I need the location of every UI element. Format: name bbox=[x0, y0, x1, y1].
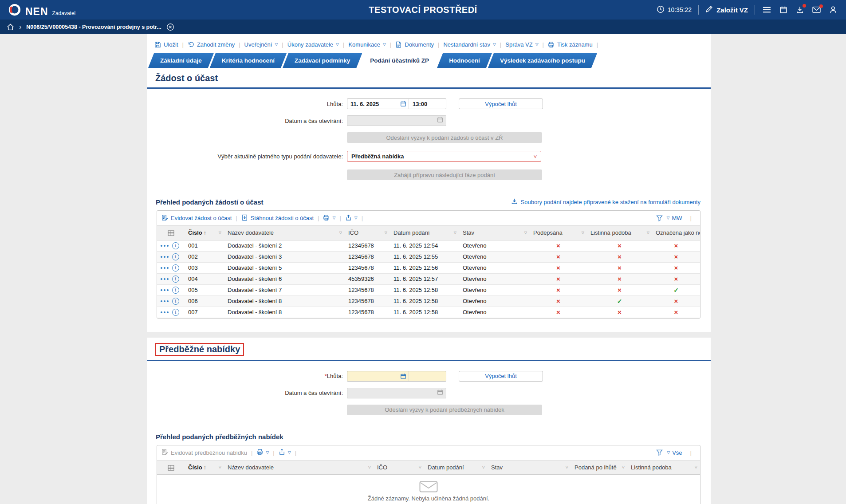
uverejneni-menu[interactable]: Uveřejnění ▽ bbox=[244, 41, 278, 48]
row-menu-icon[interactable] bbox=[161, 267, 169, 269]
row-info-icon[interactable]: i bbox=[172, 264, 179, 272]
filter-caret-icon[interactable]: ▽ bbox=[695, 465, 697, 469]
table-row[interactable]: i003Dodavatel - školení 51234567811. 6. … bbox=[157, 262, 700, 273]
col-listinna-podoba[interactable]: Listinná podoba▽ bbox=[627, 461, 700, 475]
row-info-icon[interactable]: i bbox=[172, 242, 179, 249]
create-vz-button[interactable]: Založit VZ bbox=[705, 5, 748, 14]
print-record-button[interactable]: Tisk záznamu bbox=[548, 41, 593, 48]
filter-caret-icon[interactable]: ▽ bbox=[566, 465, 568, 469]
vypocet-lhut-button[interactable]: Výpočet lhůt bbox=[459, 98, 543, 109]
calendar-icon[interactable] bbox=[779, 5, 788, 15]
row-menu-icon[interactable] bbox=[161, 278, 169, 280]
export-table-button[interactable]: ▽ bbox=[279, 449, 291, 457]
tab-vysledek[interactable]: Výsledek zadávacího postupu bbox=[488, 53, 597, 68]
table-row[interactable]: i002Dodavatel - školení 31234567811. 6. … bbox=[157, 251, 700, 262]
lhuta-datetime-field[interactable] bbox=[347, 371, 446, 382]
lhuta-datetime-field[interactable]: 11. 6. 2025 13:00 bbox=[347, 98, 446, 109]
row-menu-icon[interactable] bbox=[161, 245, 169, 247]
tab-hodnoceni[interactable]: Hodnocení bbox=[437, 53, 492, 68]
filter-caret-icon[interactable]: ▽ bbox=[219, 231, 221, 235]
view-selector[interactable]: ▽ MW bbox=[667, 215, 682, 221]
col-cislo[interactable]: Číslo↑▽ bbox=[185, 226, 224, 240]
filter-caret-icon[interactable]: ▽ bbox=[219, 465, 221, 469]
files-download-link[interactable]: Soubory podání najdete připravené ke sta… bbox=[511, 198, 700, 206]
col-podana-po-lhute[interactable]: Podaná po lhůtě▽ bbox=[571, 461, 627, 475]
menu-icon[interactable] bbox=[762, 5, 772, 14]
sort-asc-icon: ↑ bbox=[204, 230, 206, 236]
ukony-zadavatele-menu[interactable]: Úkony zadavatele ▽ bbox=[287, 41, 339, 48]
col-cislo[interactable]: Číslo↑▽ bbox=[185, 461, 224, 475]
filter-caret-icon[interactable]: ▽ bbox=[454, 231, 456, 235]
row-menu-icon[interactable] bbox=[161, 300, 169, 302]
export-table-button[interactable]: ▽ bbox=[345, 214, 358, 222]
downloads-icon[interactable] bbox=[795, 5, 805, 15]
table-row[interactable]: i007Dodavatel - školení 81234567811. 6. … bbox=[157, 307, 700, 318]
filter-caret-icon[interactable]: ▽ bbox=[647, 231, 649, 235]
sprava-vz-menu[interactable]: Správa VZ ▽ bbox=[505, 41, 538, 48]
evidovat-zadost-button[interactable]: Evidovat žádost o účast bbox=[161, 214, 232, 222]
tab-zadavaci-podminky[interactable]: Zadávací podmínky bbox=[283, 53, 362, 68]
col-listinna-podoba[interactable]: Listinná podoba▽ bbox=[587, 226, 652, 240]
col-nazev-dodavatele[interactable]: Název dodavatele▽ bbox=[224, 461, 374, 475]
filter-caret-icon[interactable]: ▽ bbox=[482, 465, 485, 469]
col-ico[interactable]: IČO▽ bbox=[345, 226, 390, 240]
filter-caret-icon[interactable]: ▽ bbox=[622, 465, 625, 469]
filter-caret-icon[interactable]: ▽ bbox=[385, 231, 387, 235]
messages-icon[interactable] bbox=[811, 5, 822, 14]
filter-caret-icon[interactable]: ▽ bbox=[524, 231, 527, 235]
time-input[interactable]: 13:00 bbox=[409, 99, 446, 109]
col-nazev-dodavatele[interactable]: Název dodavatele▽ bbox=[224, 226, 345, 240]
dokumenty-button[interactable]: Dokumenty bbox=[395, 41, 434, 48]
row-info-icon[interactable]: i bbox=[172, 287, 179, 294]
column-settings[interactable] bbox=[157, 461, 185, 475]
row-info-icon[interactable]: i bbox=[172, 298, 179, 305]
stahnout-zadosti-button[interactable]: Stáhnout žádosti o účast bbox=[241, 214, 314, 222]
table-row[interactable]: i005Dodavatel - školení 71234567811. 6. … bbox=[157, 284, 700, 295]
table-row[interactable]: i004Dodavatel - školení 64535932611. 6. … bbox=[157, 273, 700, 284]
time-input[interactable] bbox=[409, 371, 446, 381]
filter-icon[interactable] bbox=[656, 215, 663, 221]
date-input[interactable]: 11. 6. 2025 bbox=[347, 99, 398, 109]
row-info-icon[interactable]: i bbox=[172, 253, 179, 260]
breadcrumb-item[interactable]: N006/25/V00005438 - Provozování prodejny… bbox=[26, 24, 161, 30]
home-icon[interactable] bbox=[7, 24, 14, 31]
col-oznacena[interactable]: Označena jako ne bbox=[652, 226, 700, 240]
calendar-icon[interactable] bbox=[398, 371, 409, 381]
col-podepsana[interactable]: Podepsána▽ bbox=[530, 226, 587, 240]
filter-caret-icon[interactable]: ▽ bbox=[368, 465, 371, 469]
row-info-icon[interactable]: i bbox=[172, 309, 179, 316]
save-button[interactable]: Uložit bbox=[154, 41, 178, 48]
filter-caret-icon[interactable]: ▽ bbox=[582, 231, 584, 235]
row-menu-icon[interactable] bbox=[161, 311, 169, 313]
tab-podani-ucastniku-zp[interactable]: Podání účastníků ZP bbox=[358, 53, 441, 68]
nestandardni-stav-menu[interactable]: Nestandardní stav ▽ bbox=[443, 41, 496, 48]
close-icon[interactable] bbox=[166, 23, 174, 31]
table-row[interactable]: i006Dodavatel - školení 81234567811. 6. … bbox=[157, 295, 700, 307]
view-selector[interactable]: ▽ Vše bbox=[667, 449, 682, 456]
column-settings[interactable] bbox=[157, 226, 185, 240]
col-datum-podani[interactable]: Datum podání▽ bbox=[424, 461, 488, 475]
discard-changes-button[interactable]: Zahodit změny bbox=[188, 41, 235, 48]
date-input[interactable] bbox=[347, 371, 398, 381]
col-stav[interactable]: Stav▽ bbox=[488, 461, 571, 475]
komunikace-menu[interactable]: Komunikace ▽ bbox=[348, 41, 386, 48]
filter-icon[interactable] bbox=[656, 449, 663, 456]
row-info-icon[interactable]: i bbox=[172, 276, 179, 283]
vypocet-lhut-button[interactable]: Výpočet lhůt bbox=[459, 371, 543, 382]
row-menu-icon[interactable] bbox=[161, 256, 169, 258]
filter-caret-icon[interactable]: ▽ bbox=[339, 231, 342, 235]
col-ico[interactable]: IČO▽ bbox=[374, 461, 424, 475]
filter-caret-icon[interactable]: ▽ bbox=[419, 465, 421, 469]
col-stav[interactable]: Stav▽ bbox=[459, 226, 530, 240]
typ-podani-select[interactable]: Předběžná nabídka ▽ bbox=[347, 151, 541, 161]
brand[interactable]: NEN Zadavatel bbox=[8, 3, 75, 16]
print-table-button[interactable]: ▽ bbox=[323, 214, 335, 222]
tab-kriteria-hodnoceni[interactable]: Kritéria hodnocení bbox=[210, 53, 287, 68]
print-table-button[interactable]: ▽ bbox=[256, 449, 269, 457]
col-datum-podani[interactable]: Datum podání▽ bbox=[390, 226, 459, 240]
user-icon[interactable] bbox=[828, 5, 838, 15]
tab-zakladni-udaje[interactable]: Základní údaje bbox=[148, 53, 214, 68]
calendar-icon[interactable] bbox=[398, 99, 409, 109]
table-row[interactable]: i001Dodavatel - školení 21234567811. 6. … bbox=[157, 240, 700, 251]
row-menu-icon[interactable] bbox=[161, 289, 169, 291]
